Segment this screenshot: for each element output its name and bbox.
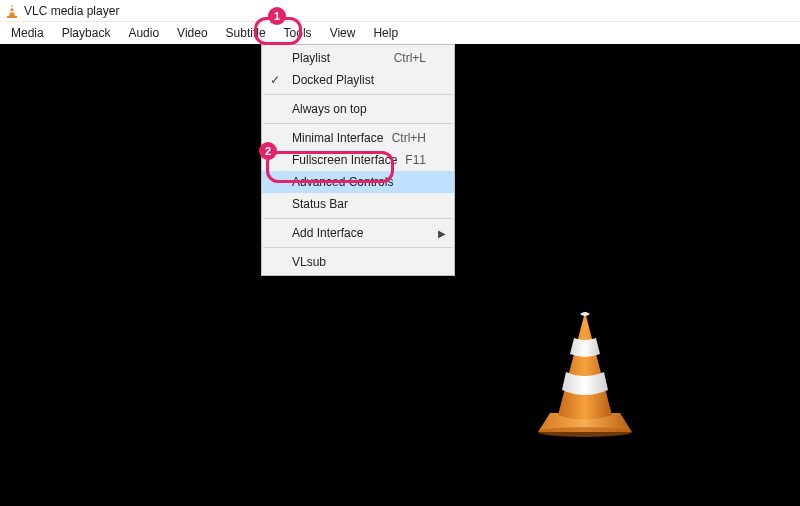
menu-help[interactable]: Help <box>364 22 407 44</box>
menu-separator <box>263 94 453 95</box>
view-dropdown: PlaylistCtrl+L✓Docked PlaylistAlways on … <box>261 44 455 276</box>
menu-item-label: Always on top <box>292 102 367 116</box>
window-title: VLC media player <box>24 4 119 18</box>
menu-item-label: VLsub <box>292 255 326 269</box>
menu-item-fullscreen-interface[interactable]: Fullscreen InterfaceF11 <box>262 149 454 171</box>
menu-item-docked-playlist[interactable]: ✓Docked Playlist <box>262 69 454 91</box>
titlebar: VLC media player <box>0 0 800 22</box>
menu-video[interactable]: Video <box>168 22 216 44</box>
svg-point-5 <box>538 427 632 437</box>
menu-item-playlist[interactable]: PlaylistCtrl+L <box>262 47 454 69</box>
menu-separator <box>263 247 453 248</box>
menu-playback[interactable]: Playback <box>53 22 120 44</box>
menu-item-label: Fullscreen Interface <box>292 153 397 167</box>
menu-view[interactable]: View <box>321 22 365 44</box>
svg-marker-0 <box>9 4 15 16</box>
svg-rect-3 <box>10 11 15 12</box>
menubar: Media Playback Audio Video Subtitle Tool… <box>0 22 800 44</box>
menu-item-label: Add Interface <box>292 226 363 240</box>
menu-item-vlsub[interactable]: VLsub <box>262 251 454 273</box>
menu-subtitle[interactable]: Subtitle <box>217 22 275 44</box>
menu-item-label: Advanced Controls <box>292 175 393 189</box>
menu-separator <box>263 123 453 124</box>
vlc-cone-logo <box>530 310 640 443</box>
menu-item-shortcut: Ctrl+H <box>392 131 426 145</box>
menu-item-label: Playlist <box>292 51 330 65</box>
menu-item-status-bar[interactable]: Status Bar <box>262 193 454 215</box>
menu-audio[interactable]: Audio <box>119 22 168 44</box>
menu-item-always-on-top[interactable]: Always on top <box>262 98 454 120</box>
menu-tools[interactable]: Tools <box>275 22 321 44</box>
chevron-right-icon: ▶ <box>438 228 446 239</box>
svg-rect-2 <box>10 7 14 8</box>
menu-item-minimal-interface[interactable]: Minimal InterfaceCtrl+H <box>262 127 454 149</box>
menu-item-advanced-controls[interactable]: Advanced Controls <box>262 171 454 193</box>
vlc-cone-icon <box>6 4 18 18</box>
menu-item-label: Minimal Interface <box>292 131 383 145</box>
svg-rect-1 <box>7 16 17 18</box>
check-icon: ✓ <box>270 73 280 87</box>
annotation-badge-2: 2 <box>259 142 277 160</box>
menu-item-add-interface[interactable]: Add Interface▶ <box>262 222 454 244</box>
menu-item-shortcut: F11 <box>405 153 426 167</box>
menu-item-label: Status Bar <box>292 197 348 211</box>
annotation-badge-1: 1 <box>268 7 286 25</box>
menu-media[interactable]: Media <box>2 22 53 44</box>
menu-separator <box>263 218 453 219</box>
menu-item-label: Docked Playlist <box>292 73 374 87</box>
menu-item-shortcut: Ctrl+L <box>394 51 426 65</box>
